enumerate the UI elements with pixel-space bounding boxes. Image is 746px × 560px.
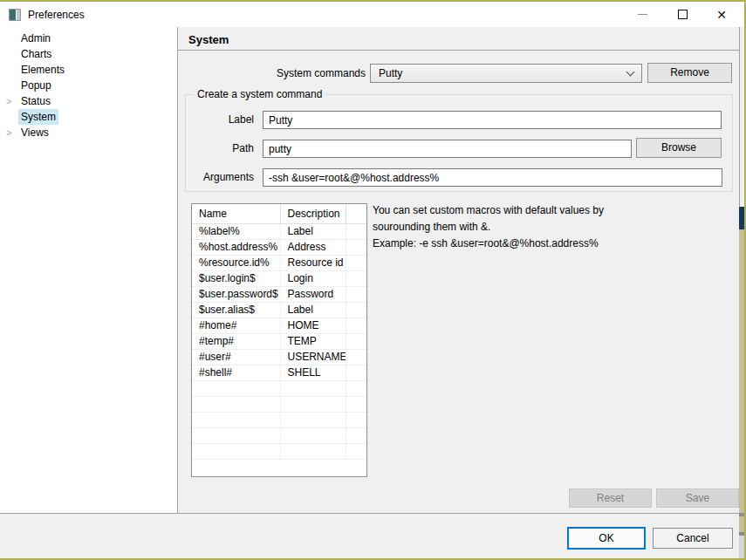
sidebar-item-label: Views bbox=[18, 125, 51, 140]
table-empty-row bbox=[192, 412, 366, 427]
reset-button[interactable]: Reset bbox=[569, 488, 652, 508]
save-button[interactable]: Save bbox=[656, 488, 739, 508]
table-row[interactable]: %resource.id%Resource id bbox=[192, 255, 366, 270]
help-line-3: Example: -e ssh &user=root&@%host.addres… bbox=[373, 236, 732, 252]
system-commands-selected-value: Putty bbox=[379, 67, 402, 79]
table-row[interactable]: #temp#TEMP bbox=[192, 333, 366, 349]
ok-button[interactable]: OK bbox=[567, 527, 646, 550]
close-button[interactable]: ✕ bbox=[708, 2, 736, 27]
label-field-label: Label bbox=[186, 111, 254, 129]
sidebar-item-label: Elements bbox=[18, 62, 67, 78]
sidebar-item-system[interactable]: System bbox=[0, 109, 177, 125]
sliver-bluegray-segment bbox=[739, 536, 744, 558]
preferences-dialog: Preferences ✕ Admin Charts Elements Popu… bbox=[0, 2, 744, 558]
column-header-name[interactable]: Name bbox=[192, 204, 280, 223]
arguments-field-label: Arguments bbox=[186, 168, 254, 187]
sidebar-item-admin[interactable]: Admin bbox=[0, 31, 177, 46]
path-input[interactable] bbox=[263, 140, 632, 158]
close-icon: ✕ bbox=[716, 8, 727, 22]
macro-name: $user.alias$ bbox=[192, 302, 280, 318]
path-field-label: Path bbox=[186, 140, 254, 158]
app-icon-left bbox=[10, 10, 16, 20]
macros-help-text: You can set custom macros with default v… bbox=[373, 202, 732, 252]
table-row[interactable]: $user.login$Login bbox=[192, 270, 366, 286]
macro-description: HOME bbox=[280, 318, 346, 333]
sidebar-item-status[interactable]: > Status bbox=[0, 93, 177, 109]
maximize-button[interactable] bbox=[668, 2, 696, 27]
cancel-button[interactable]: Cancel bbox=[653, 528, 733, 549]
label-input[interactable] bbox=[263, 111, 722, 129]
macro-description: Resource id bbox=[280, 255, 346, 270]
minimize-icon bbox=[638, 14, 647, 15]
macro-description: Label bbox=[280, 223, 346, 239]
macros-table: Name Description %label%Label %host.addr… bbox=[191, 203, 367, 477]
remove-button[interactable]: Remove bbox=[647, 63, 732, 83]
page-title: System bbox=[178, 27, 744, 51]
macro-description: Label bbox=[280, 302, 346, 318]
sidebar: Admin Charts Elements Popup > Status Sys… bbox=[0, 27, 178, 513]
macro-name: $user.login$ bbox=[192, 270, 280, 286]
macro-name: %resource.id% bbox=[192, 255, 280, 270]
macro-name: %label% bbox=[192, 223, 280, 239]
macro-description: SHELL bbox=[280, 365, 346, 380]
sidebar-item-label: Status bbox=[18, 93, 53, 109]
footer-bar: OK Cancel bbox=[0, 513, 744, 558]
macro-description: USERNAME bbox=[280, 349, 346, 365]
tree-expander-icon[interactable]: > bbox=[6, 125, 11, 140]
sliver-navy-segment bbox=[739, 207, 744, 229]
table-row[interactable]: #shell#SHELL bbox=[192, 365, 366, 380]
column-header-description[interactable]: Description bbox=[280, 204, 346, 223]
table-row[interactable]: #user#USERNAME bbox=[192, 349, 366, 365]
table-row[interactable]: $user.password$Password bbox=[192, 286, 366, 302]
macro-description: Password bbox=[280, 286, 346, 302]
sliver-tan-segment bbox=[739, 229, 744, 513]
macros-table-header-row: Name Description bbox=[192, 204, 366, 223]
macro-name: #temp# bbox=[192, 333, 280, 349]
app-icon bbox=[9, 9, 21, 21]
titlebar: Preferences ✕ bbox=[0, 2, 744, 27]
chevron-down-icon bbox=[626, 67, 635, 76]
help-line-1: You can set custom macros with default v… bbox=[373, 202, 732, 219]
macro-description: Login bbox=[280, 270, 346, 286]
sidebar-item-elements[interactable]: Elements bbox=[0, 62, 177, 78]
table-row[interactable]: $user.alias$Label bbox=[192, 302, 366, 318]
sidebar-item-charts[interactable]: Charts bbox=[0, 46, 177, 62]
table-empty-row bbox=[192, 443, 366, 459]
tree-expander-icon[interactable]: > bbox=[6, 93, 11, 109]
column-header-empty bbox=[346, 204, 366, 223]
maximize-icon bbox=[678, 10, 688, 19]
background-window-sliver bbox=[739, 27, 744, 558]
sidebar-item-views[interactable]: > Views bbox=[0, 125, 177, 140]
sidebar-item-label: Admin bbox=[18, 31, 53, 46]
sidebar-item-label: System bbox=[18, 109, 58, 125]
table-empty-row bbox=[192, 396, 366, 412]
content-pane: System System commands Putty Remove Crea… bbox=[178, 27, 744, 513]
table-row[interactable]: %host.address%Address bbox=[192, 239, 366, 255]
table-row[interactable]: %label%Label bbox=[192, 223, 366, 239]
sidebar-item-popup[interactable]: Popup bbox=[0, 78, 177, 93]
system-commands-label: System commands bbox=[178, 64, 366, 83]
help-line-2: sourounding them with &. bbox=[373, 219, 732, 236]
table-empty-row bbox=[192, 380, 366, 396]
window-title: Preferences bbox=[28, 9, 85, 21]
macro-name: $user.password$ bbox=[192, 286, 280, 302]
app-icon-right bbox=[16, 10, 20, 20]
macro-description: TEMP bbox=[280, 333, 346, 349]
table-empty-row bbox=[192, 427, 366, 443]
system-commands-dropdown[interactable]: Putty bbox=[370, 64, 642, 83]
table-row[interactable]: #home#HOME bbox=[192, 318, 366, 333]
macro-name: #user# bbox=[192, 349, 280, 365]
arguments-input[interactable] bbox=[263, 168, 722, 187]
browse-button[interactable]: Browse bbox=[636, 138, 722, 158]
sliver-tan-segment bbox=[739, 516, 744, 532]
macro-description: Address bbox=[280, 239, 346, 255]
groupbox-legend: Create a system command bbox=[194, 88, 325, 100]
create-command-groupbox: Create a system command Label Path Brows… bbox=[185, 94, 733, 192]
macro-name: %host.address% bbox=[192, 239, 280, 255]
sliver-gray-segment bbox=[739, 27, 744, 207]
sidebar-item-label: Popup bbox=[18, 78, 54, 93]
macro-name: #shell# bbox=[192, 365, 280, 380]
minimize-button[interactable] bbox=[628, 2, 656, 27]
macro-name: #home# bbox=[192, 318, 280, 333]
sidebar-item-label: Charts bbox=[18, 46, 54, 62]
